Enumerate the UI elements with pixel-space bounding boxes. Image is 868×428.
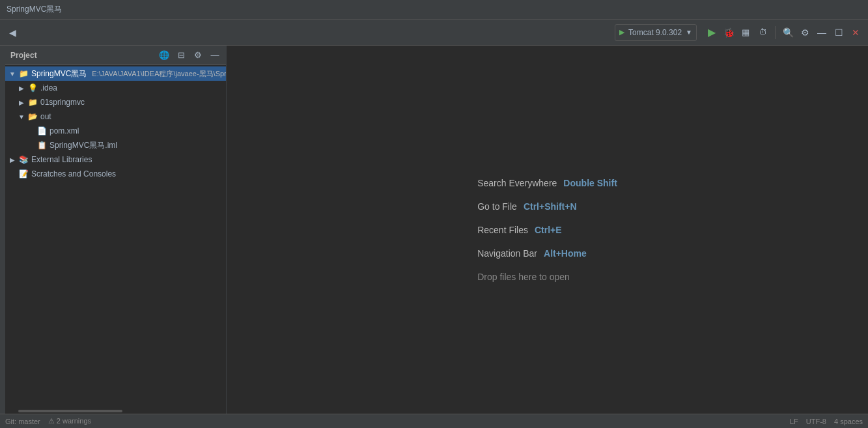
maximize-icon[interactable]: ☐	[832, 25, 846, 40]
title-bar: SpringMVC黑马	[0, 0, 868, 20]
navigation-bar-shortcut: Alt+Home	[544, 248, 587, 259]
run-config-label: Tomcat 9.0.302	[628, 28, 682, 37]
search-icon[interactable]: 🔍	[781, 25, 795, 40]
debug-button[interactable]: 🐞	[721, 25, 736, 40]
tree-label-ext-libs: External Libraries	[31, 155, 92, 164]
tree-item-idea[interactable]: 💡.idea	[5, 81, 226, 95]
left-strip	[0, 46, 5, 414]
toolbar-icon-back[interactable]: ◀	[5, 25, 20, 40]
sidebar-scrollbar-thumb	[18, 410, 122, 412]
right-toolbar-icons: 🔍 ⚙ — ☐ ✕	[781, 25, 863, 40]
tree-icon-01springmvc: 📁	[27, 97, 38, 107]
run-config-dropdown-arrow: ▼	[686, 29, 692, 36]
title-text: SpringMVC黑马	[7, 4, 62, 15]
run-config-selector[interactable]: ▶ Tomcat 9.0.302 ▼	[615, 24, 697, 41]
drop-files-label: Drop files here to open	[477, 272, 570, 282]
go-to-file-line: Go to File Ctrl+Shift+N	[477, 201, 576, 212]
settings-icon[interactable]: ⚙	[798, 25, 812, 40]
run-icon: ▶	[708, 26, 716, 38]
tree-icon-idea: 💡	[27, 83, 38, 93]
go-to-file-shortcut: Ctrl+Shift+N	[524, 201, 577, 212]
welcome-content: Search Everywhere Double Shift Go to Fil…	[477, 178, 617, 282]
tree-arrow-out	[17, 112, 26, 121]
tree-item-01springmvc[interactable]: 📁01springmvc	[5, 95, 226, 109]
tree-icon-pom: 📄	[36, 126, 47, 136]
tree-icon-iml: 📋	[36, 140, 47, 150]
search-everywhere-label: Search Everywhere	[477, 178, 557, 188]
status-bar: Git: master ⚠ 2 warnings LF UTF-8 4 spac…	[0, 414, 868, 428]
tree-icon-ext-libs: 📚	[18, 154, 29, 165]
sidebar-settings-icon[interactable]: ⚙	[192, 50, 204, 61]
run-button[interactable]: ▶	[705, 25, 719, 40]
tree-icon-out: 📂	[27, 111, 38, 122]
status-warnings[interactable]: ⚠ 2 warnings	[48, 417, 91, 425]
status-lf[interactable]: LF	[790, 418, 798, 425]
go-to-file-label: Go to File	[477, 201, 517, 212]
tree-item-root[interactable]: 📁SpringMVC黑马E:\JAVA\JAVA1\IDEA程序\javaee-…	[5, 66, 226, 81]
tree-arrow-ext-libs	[8, 155, 17, 164]
sidebar-header-label: Project	[10, 51, 153, 60]
tree-label-iml: SpringMVC黑马.iml	[49, 140, 117, 151]
tree-arrow-idea	[17, 83, 26, 93]
toolbar: ◀ ▶ Tomcat 9.0.302 ▼ ▶ 🐞 ▦ ⏱ 🔍	[0, 20, 868, 46]
tree-icon-root: 📁	[18, 68, 29, 79]
sidebar-scrollbar[interactable]	[5, 408, 226, 414]
tree-item-scratches[interactable]: 📝Scratches and Consoles	[5, 167, 226, 181]
profile-button[interactable]: ⏱	[755, 25, 770, 40]
tree-item-pom[interactable]: 📄pom.xml	[5, 124, 226, 138]
main-area: Project 🌐 ⊟ ⚙ — 📁SpringMVC黑马E:\JAVA\JAVA…	[0, 46, 868, 414]
tree-item-out[interactable]: 📂out	[5, 109, 226, 124]
navigation-bar-line: Navigation Bar Alt+Home	[477, 248, 587, 259]
search-everywhere-line: Search Everywhere Double Shift	[477, 178, 617, 188]
close-icon[interactable]: ✕	[848, 25, 863, 40]
navigation-bar-label: Navigation Bar	[477, 248, 537, 259]
tree-icon-scratches: 📝	[18, 169, 29, 179]
tree-item-iml[interactable]: 📋SpringMVC黑马.iml	[5, 138, 226, 152]
sidebar-minus-icon[interactable]: —	[209, 50, 221, 61]
editor-area: Search Everywhere Double Shift Go to Fil…	[227, 46, 868, 414]
recent-files-line: Recent Files Ctrl+E	[477, 225, 561, 235]
tree-arrow-01springmvc	[17, 98, 26, 107]
sidebar-header: Project 🌐 ⊟ ⚙ —	[5, 46, 226, 65]
tree-label-out: out	[40, 112, 51, 121]
run-buttons: ▶ 🐞 ▦ ⏱	[705, 25, 770, 40]
sidebar-collapse-icon[interactable]: ⊟	[175, 50, 187, 61]
project-tree: 📁SpringMVC黑马E:\JAVA\JAVA1\IDEA程序\javaee-…	[5, 65, 226, 408]
tree-label-01springmvc: 01springmvc	[40, 98, 85, 107]
debug-icon: 🐞	[723, 27, 735, 38]
tree-sublabel-root: E:\JAVA\JAVA1\IDEA程序\javaee-黑马\SpringMVC…	[92, 69, 226, 79]
profile-icon: ⏱	[759, 27, 767, 37]
tree-label-idea: .idea	[40, 83, 57, 93]
status-right: LF UTF-8 4 spaces	[790, 418, 863, 425]
tree-item-ext-libs[interactable]: 📚External Libraries	[5, 152, 226, 167]
tree-label-root: SpringMVC黑马	[31, 68, 87, 79]
coverage-button[interactable]: ▦	[738, 25, 753, 40]
drop-files-line: Drop files here to open	[477, 272, 570, 282]
status-encoding[interactable]: UTF-8	[806, 418, 826, 425]
status-indent[interactable]: 4 spaces	[834, 418, 863, 425]
tree-arrow-root	[8, 69, 17, 78]
minimize-icon[interactable]: —	[815, 25, 829, 40]
sidebar: Project 🌐 ⊟ ⚙ — 📁SpringMVC黑马E:\JAVA\JAVA…	[5, 46, 227, 414]
recent-files-label: Recent Files	[477, 225, 528, 235]
status-git[interactable]: Git: master	[5, 418, 40, 425]
tree-label-scratches: Scratches and Consoles	[31, 169, 116, 178]
coverage-icon: ▦	[742, 27, 749, 37]
sidebar-globe-icon[interactable]: 🌐	[158, 50, 170, 61]
search-everywhere-shortcut: Double Shift	[563, 178, 617, 188]
tree-label-pom: pom.xml	[49, 126, 79, 136]
recent-files-shortcut: Ctrl+E	[535, 225, 562, 235]
toolbar-separator	[775, 26, 776, 39]
